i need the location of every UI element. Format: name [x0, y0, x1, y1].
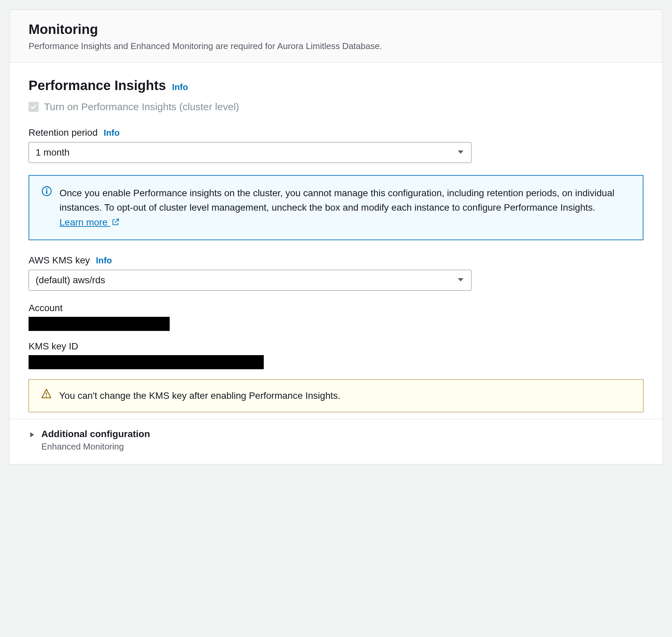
turn-on-pi-checkbox: [29, 102, 39, 112]
performance-insights-heading-row: Performance Insights Info: [29, 78, 643, 93]
triangle-right-icon: [29, 429, 35, 440]
monitoring-panel: Monitoring Performance Insights and Enha…: [10, 10, 662, 464]
kms-warning-text: You can't change the KMS key after enabl…: [59, 388, 340, 403]
additional-configuration-subtitle: Enhanced Monitoring: [41, 441, 150, 452]
additional-configuration-toggle[interactable]: Additional configuration Enhanced Monito…: [10, 419, 662, 464]
kms-info-link[interactable]: Info: [96, 255, 112, 266]
account-label: Account: [29, 303, 643, 313]
kms-value: (default) aws/rds: [36, 275, 105, 286]
account-block: Account: [29, 303, 643, 331]
kms-warning-alert: You can't change the KMS key after enabl…: [29, 379, 643, 412]
kms-key-id-label: KMS key ID: [29, 341, 643, 352]
info-icon: [41, 186, 52, 199]
warning-icon: [41, 388, 52, 401]
retention-label: Retention period: [29, 127, 97, 138]
caret-down-icon: [457, 147, 464, 158]
checkmark-icon: [30, 104, 37, 110]
kms-key-id-value-redacted: [29, 355, 264, 369]
monitoring-description: Performance Insights and Enhanced Monito…: [29, 41, 643, 51]
monitoring-title: Monitoring: [29, 22, 643, 37]
learn-more-link[interactable]: Learn more: [59, 217, 120, 228]
kms-key-id-block: KMS key ID: [29, 341, 643, 369]
performance-insights-heading: Performance Insights: [29, 78, 166, 93]
account-value-redacted: [29, 317, 170, 331]
pi-cluster-info-text: Once you enable Performance insights on …: [59, 186, 631, 230]
svg-rect-3: [46, 393, 47, 395]
svg-point-4: [46, 396, 47, 397]
retention-info-link[interactable]: Info: [104, 128, 120, 138]
kms-select[interactable]: (default) aws/rds: [29, 270, 471, 291]
additional-configuration-title: Additional configuration: [41, 429, 150, 439]
external-link-icon: [112, 218, 120, 226]
monitoring-body: Performance Insights Info Turn on Perfor…: [10, 62, 662, 419]
performance-insights-info-link[interactable]: Info: [172, 82, 188, 92]
retention-value: 1 month: [36, 147, 70, 158]
kms-label: AWS KMS key: [29, 255, 90, 266]
svg-rect-2: [46, 190, 48, 194]
retention-select[interactable]: 1 month: [29, 142, 471, 163]
monitoring-header: Monitoring Performance Insights and Enha…: [10, 10, 662, 62]
kms-label-row: AWS KMS key Info: [29, 255, 643, 266]
caret-down-icon: [457, 275, 464, 286]
pi-cluster-info-alert: Once you enable Performance insights on …: [29, 175, 643, 240]
svg-point-1: [46, 188, 48, 189]
turn-on-pi-label: Turn on Performance Insights (cluster le…: [44, 101, 239, 112]
turn-on-pi-checkbox-row: Turn on Performance Insights (cluster le…: [29, 101, 643, 112]
retention-label-row: Retention period Info: [29, 127, 643, 138]
